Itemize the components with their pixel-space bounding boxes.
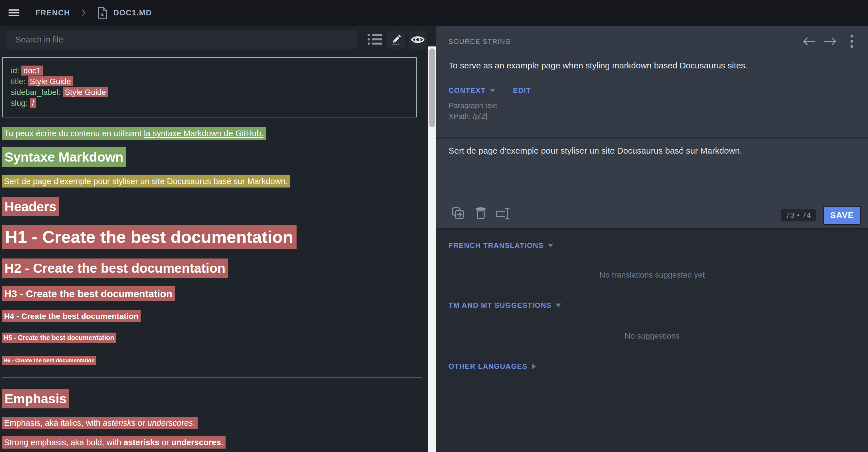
doc-paragraph-selected: Sert de page d'exemple pour styliser un … bbox=[2, 177, 290, 186]
next-string-icon[interactable] bbox=[824, 37, 837, 46]
translatable-string[interactable]: Headers bbox=[2, 197, 59, 216]
frontmatter-key: slug: bbox=[11, 99, 28, 107]
edit-mode-button[interactable] bbox=[387, 31, 405, 49]
translation-panel: SOURCE STRING To serve as an example pag… bbox=[436, 26, 868, 452]
translatable-string[interactable]: H4 - Create the best documentation bbox=[2, 310, 141, 322]
doc-h5-line: H5 - Create the best documentation bbox=[2, 334, 116, 341]
doc-h6-line: H6 - Create the best documentation bbox=[2, 358, 96, 363]
section-other-languages[interactable]: OTHER LANGUAGES bbox=[448, 362, 536, 370]
text-cursor-icon[interactable] bbox=[496, 207, 510, 221]
frontmatter-key: title: bbox=[11, 77, 25, 86]
topbar: FRENCH M↓ DOC1.MD bbox=[0, 0, 868, 26]
context-xpath: XPath: /p[2] bbox=[448, 112, 487, 120]
frontmatter-line: sidebar_label: Style Guide bbox=[11, 87, 416, 98]
scrollbar-thumb[interactable] bbox=[429, 49, 435, 127]
breadcrumb-chevron-icon bbox=[82, 9, 86, 17]
text-segment: . bbox=[193, 418, 195, 427]
source-string-section: SOURCE STRING To serve as an example pag… bbox=[436, 26, 868, 137]
italic-segment: asterisks bbox=[103, 418, 135, 427]
doc-paragraph-emphasis: Emphasis, aka italics, with asterisks or… bbox=[2, 419, 197, 427]
frontmatter-line: title: Style Guide bbox=[11, 76, 416, 87]
char-counter-badge: 73 • 74 bbox=[781, 209, 816, 221]
doc-heading-emphasis: Emphasis bbox=[2, 392, 69, 405]
translatable-string[interactable]: Emphasis bbox=[2, 389, 69, 409]
more-menu-icon[interactable] bbox=[850, 35, 853, 48]
tm-empty-state: No suggestions bbox=[436, 332, 868, 340]
chevron-down-icon bbox=[490, 89, 495, 92]
markdown-file-icon: M↓ bbox=[97, 6, 107, 19]
section-tm-mt-suggestions[interactable]: TM AND MT SUGGESTIONS bbox=[448, 301, 561, 310]
edit-context-button[interactable]: EDIT bbox=[513, 86, 531, 95]
breadcrumb-project[interactable]: FRENCH bbox=[35, 8, 70, 18]
document-scrollbar[interactable] bbox=[428, 46, 436, 452]
doc-heading-syntaxe: Syntaxe Markdown bbox=[2, 151, 126, 164]
frontmatter-value-string[interactable]: Style Guide bbox=[63, 87, 108, 97]
doc-h3-line: H3 - Create the best documentation bbox=[2, 289, 175, 299]
frontmatter-line: id: doc1 bbox=[11, 65, 416, 76]
breadcrumb-file: DOC1.MD bbox=[114, 8, 152, 18]
bold-segment: asterisks bbox=[123, 438, 159, 447]
delete-translation-icon[interactable] bbox=[475, 206, 487, 220]
copy-source-icon[interactable] bbox=[451, 206, 465, 220]
context-type: Paragraph text bbox=[448, 102, 497, 109]
context-row: CONTEXT EDIT bbox=[448, 86, 531, 95]
frontmatter-value-string[interactable]: doc1 bbox=[21, 66, 43, 75]
frontmatter-key: sidebar_label: bbox=[11, 88, 60, 97]
translation-input[interactable]: Sert de page d'exemple pour styliser un … bbox=[448, 147, 854, 155]
translatable-string[interactable]: H2 - Create the best documentation bbox=[2, 258, 228, 278]
horizontal-rule bbox=[2, 377, 422, 378]
translation-area: Sert de page d'exemple pour styliser un … bbox=[436, 138, 868, 228]
text-segment: Strong emphasis, aka bold, with bbox=[4, 438, 123, 447]
source-string-text: To serve as an example page when styling… bbox=[448, 61, 748, 70]
context-toggle[interactable]: CONTEXT bbox=[448, 86, 486, 95]
eye-icon bbox=[411, 35, 425, 45]
text-segment: or bbox=[135, 418, 148, 427]
app-window: FRENCH M↓ DOC1.MD id: doc1 title: Style … bbox=[0, 0, 868, 452]
translatable-string[interactable]: Emphasis, aka italics, with asterisks or… bbox=[2, 417, 197, 429]
translatable-string[interactable]: Tu peux écrire du contenu en utilisant l… bbox=[2, 127, 266, 140]
translations-empty-state: No translations suggested yet bbox=[436, 271, 868, 279]
doc-paragraph-intro: Tu peux écrire du contenu en utilisant l… bbox=[2, 129, 266, 138]
doc-h1-line: H1 - Create the best documentation bbox=[2, 229, 297, 246]
doc-h2-line: H2 - Create the best documentation bbox=[2, 262, 228, 275]
list-view-icon[interactable] bbox=[367, 33, 383, 45]
svg-text:M↓: M↓ bbox=[100, 13, 104, 16]
frontmatter-value-string[interactable]: / bbox=[30, 98, 36, 108]
translatable-string[interactable]: H3 - Create the best documentation bbox=[2, 286, 175, 301]
doc-paragraph-strong: Strong emphasis, aka bold, with asterisk… bbox=[2, 438, 225, 447]
frontmatter-line: slug: / bbox=[11, 98, 416, 108]
doc-heading-headers: Headers bbox=[2, 200, 59, 213]
pencil-icon bbox=[391, 34, 402, 46]
bold-segment: underscores bbox=[172, 438, 221, 447]
translatable-string[interactable]: Strong emphasis, aka bold, with asterisk… bbox=[2, 436, 225, 449]
intro-text: Tu peux écrire du contenu en utilisant bbox=[4, 129, 144, 138]
frontmatter-block: id: doc1 title: Style Guide sidebar_labe… bbox=[2, 57, 417, 118]
selected-string[interactable]: Sert de page d'exemple pour styliser un … bbox=[2, 175, 290, 188]
translatable-string[interactable]: Syntaxe Markdown bbox=[2, 147, 126, 167]
hamburger-menu-icon[interactable] bbox=[8, 9, 20, 16]
suggestions-section: FRENCH TRANSLATIONS No translations sugg… bbox=[436, 228, 868, 452]
source-string-header: SOURCE STRING bbox=[448, 38, 511, 45]
save-button[interactable]: SAVE bbox=[823, 206, 861, 225]
section-french-translations[interactable]: FRENCH TRANSLATIONS bbox=[448, 241, 554, 250]
intro-link[interactable]: la syntaxe Markdown de GitHub. bbox=[144, 129, 264, 138]
section-label: OTHER LANGUAGES bbox=[448, 362, 528, 370]
translatable-string[interactable]: H5 - Create the best documentation bbox=[2, 332, 116, 343]
text-segment: . bbox=[221, 438, 223, 447]
text-segment: or bbox=[159, 438, 172, 447]
italic-segment: underscores bbox=[148, 418, 193, 427]
chevron-down-icon bbox=[548, 244, 554, 247]
text-segment: Emphasis, aka italics, with bbox=[4, 418, 103, 427]
section-label: TM AND MT SUGGESTIONS bbox=[448, 301, 552, 310]
preview-button[interactable] bbox=[409, 31, 427, 49]
chevron-down-icon bbox=[556, 303, 561, 307]
doc-h4-line: H4 - Create the best documentation bbox=[2, 312, 141, 320]
previous-string-icon[interactable] bbox=[803, 37, 815, 46]
frontmatter-value-string[interactable]: Style Guide bbox=[28, 76, 73, 86]
translatable-string[interactable]: H6 - Create the best documentation bbox=[2, 356, 96, 365]
search-input[interactable] bbox=[6, 30, 357, 49]
frontmatter-key: id: bbox=[11, 66, 20, 75]
section-label: FRENCH TRANSLATIONS bbox=[448, 241, 544, 250]
translatable-string[interactable]: H1 - Create the best documentation bbox=[2, 225, 297, 249]
chevron-right-icon bbox=[532, 364, 536, 369]
